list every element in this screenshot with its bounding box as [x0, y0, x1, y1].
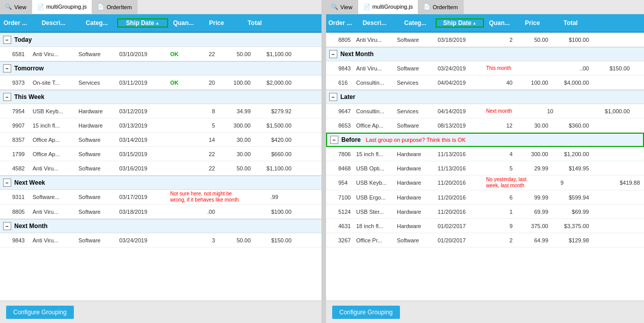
- left-tab-multigrouping[interactable]: 📄 multiGrouping.js: [32, 0, 92, 14]
- group-this-week: − This Week: [0, 90, 321, 104]
- table-row: 6581 Anti Viru... Software 03/10/2019 OK…: [0, 47, 321, 61]
- group-before-right: − Before Last group on purpose? Think th…: [326, 133, 644, 147]
- table-row: 8805 Anti Viru... Software 03/18/2019 2 …: [326, 33, 644, 47]
- configure-grouping-button-right[interactable]: Configure Grouping: [332, 306, 400, 319]
- cell-note: This month: [484, 64, 525, 72]
- col-header-order-right[interactable]: Order ...: [326, 19, 354, 27]
- left-tab-orderitem[interactable]: 📄 OrderItem: [92, 0, 138, 14]
- table-row: 7954 USB Keyb... Hardware 03/12/2019 8 3…: [0, 104, 321, 118]
- panels-container: 🔍 View 📄 multiGrouping.js 📄 OrderItem Or…: [0, 0, 644, 323]
- group-toggle-today[interactable]: −: [3, 36, 11, 44]
- cell-total: $1,100.00: [253, 50, 293, 58]
- cell-status: OK: [168, 50, 186, 58]
- left-tab-view-label: View: [14, 4, 26, 10]
- col-header-total-right[interactable]: Total: [550, 19, 591, 27]
- col-header-shipdate-right[interactable]: Ship Date ▲: [436, 18, 484, 28]
- right-table-wrapper[interactable]: 8805 Anti Viru... Software 03/18/2019 2 …: [326, 33, 644, 301]
- col-header-categ-right[interactable]: Categ...: [395, 19, 436, 27]
- search-icon: 🔍: [5, 4, 12, 10]
- table-row: 7100 USB Ergo... Hardware 11/20/2016 6 9…: [326, 190, 644, 205]
- col-header-categ-left[interactable]: Categ...: [76, 19, 117, 27]
- col-header-price-left[interactable]: Price: [199, 19, 234, 27]
- group-note-before-right: Last group on purpose? Think this is OK: [366, 137, 466, 143]
- group-next-week: − Next Week: [0, 176, 321, 190]
- group-next-month-right: − Next Month: [326, 47, 644, 61]
- cell-quan: 20: [186, 79, 217, 87]
- cell-order: 6581: [0, 50, 31, 58]
- cell-categ: Services: [76, 79, 117, 87]
- table-row: 9373 On-site T... Services 03/11/2019 OK…: [0, 76, 321, 90]
- cell-note: No yesterday, last week, last month: [484, 176, 535, 190]
- group-label-today: Today: [14, 36, 32, 43]
- group-toggle-before-right[interactable]: −: [330, 136, 338, 144]
- left-panel: 🔍 View 📄 multiGrouping.js 📄 OrderItem Or…: [0, 0, 322, 323]
- cell-note: Next month: [484, 107, 525, 115]
- col-header-total-left[interactable]: Total: [234, 19, 275, 27]
- left-table-wrapper[interactable]: − Today 6581 Anti Viru... Software 03/10…: [0, 33, 321, 301]
- left-col-header: Order ... Descri... Categ... Ship Date ▲…: [0, 14, 321, 33]
- group-toggle-next-month-right[interactable]: −: [329, 50, 337, 58]
- sort-arrow-left: ▲: [155, 21, 159, 26]
- table-row: 8357 Office Ap... Software 03/14/2019 14…: [0, 133, 321, 147]
- cell-shipdate: 03/10/2019: [117, 50, 168, 58]
- cell-desc: Anti Viru...: [31, 50, 76, 58]
- left-footer: Configure Grouping: [0, 301, 321, 323]
- right-tab-view-label: View: [340, 4, 353, 10]
- group-label-before-right: Before: [341, 136, 361, 143]
- col-header-desc-right[interactable]: Descri...: [354, 19, 395, 27]
- cell-shipdate: 03/11/2019: [117, 79, 168, 87]
- cell-quan: 22: [186, 50, 217, 58]
- right-tab-multigrouping-label: multiGrouping.js: [372, 4, 413, 10]
- group-label-next-week: Next Week: [14, 179, 45, 186]
- group-toggle-tomorrow[interactable]: −: [3, 64, 11, 72]
- table-row: 3267 Office Pr... Software 01/20/2017 2 …: [326, 233, 644, 247]
- right-footer: Configure Grouping: [326, 301, 644, 323]
- table-row: 9647 Consultin... Services 04/14/2019 Ne…: [326, 104, 644, 118]
- configure-grouping-button-left[interactable]: Configure Grouping: [6, 306, 74, 319]
- cell-status: OK: [168, 79, 186, 87]
- cell-categ: Software: [76, 50, 117, 58]
- table-row: 8805 Anti Viru... Software 03/18/2019 .0…: [0, 205, 321, 219]
- group-label-next-month-right: Next Month: [340, 51, 373, 58]
- group-label-this-week: This Week: [14, 93, 44, 101]
- col-header-quan-right[interactable]: Quan...: [484, 19, 515, 27]
- file-icon: 📄: [37, 4, 44, 10]
- cell-order: 9373: [0, 79, 31, 87]
- table-row: 9843 Anti Viru... Software 03/24/2019 Th…: [326, 61, 644, 76]
- left-tab-orderitem-label: OrderItem: [106, 4, 132, 10]
- right-tab-view[interactable]: 🔍 View: [326, 0, 358, 14]
- sort-arrow-right: ▲: [472, 21, 476, 26]
- group-tomorrow: − Tomorrow: [0, 61, 321, 76]
- col-header-shipdate-left[interactable]: Ship Date ▲: [117, 18, 168, 28]
- group-toggle-next-week[interactable]: −: [3, 179, 11, 187]
- left-tab-view[interactable]: 🔍 View: [0, 0, 32, 14]
- table-row: 954 USB Keyb... Hardware 11/20/2016 No y…: [326, 176, 644, 190]
- group-today: − Today: [0, 33, 321, 47]
- table-row: 9311 Software... Software 03/17/2019 Not…: [0, 190, 321, 205]
- right-tab-orderitem-label: OrderItem: [433, 4, 458, 10]
- table-row: 8468 USB Opti... Hardware 11/13/2016 5 2…: [326, 161, 644, 176]
- cell-note: Not sure here, not might be wrong, if it…: [168, 190, 250, 204]
- table-row: 7806 15 inch fl... Hardware 11/13/2016 4…: [326, 147, 644, 161]
- search-icon-right: 🔍: [331, 4, 338, 10]
- group-toggle-next-month-left[interactable]: −: [3, 222, 11, 230]
- right-col-header: Order ... Descri... Categ... Ship Date ▲…: [326, 14, 644, 33]
- table-row: 8653 Office Ap... Software 08/13/2019 12…: [326, 118, 644, 133]
- right-tab-multigrouping[interactable]: 📄 multiGrouping.js: [358, 0, 418, 14]
- group-toggle-later-right[interactable]: −: [329, 93, 337, 101]
- group-toggle-this-week[interactable]: −: [3, 93, 11, 101]
- cell-total: $2,000.00: [253, 79, 293, 87]
- group-later-right: − Later: [326, 90, 644, 104]
- col-header-quan-left[interactable]: Quan...: [168, 19, 199, 27]
- panel-divider[interactable]: [322, 0, 326, 323]
- file-icon-2: 📄: [97, 4, 104, 10]
- col-header-price-right[interactable]: Price: [515, 19, 550, 27]
- cell-desc: On-site T...: [31, 79, 76, 87]
- col-header-order-left[interactable]: Order ...: [0, 19, 31, 27]
- table-row: 9843 Anti Viru... Software 03/24/2019 3 …: [0, 233, 321, 247]
- group-label-later-right: Later: [340, 93, 355, 101]
- col-header-desc-left[interactable]: Descri...: [31, 19, 76, 27]
- right-tab-bar: 🔍 View 📄 multiGrouping.js 📄 OrderItem: [326, 0, 644, 14]
- left-tab-multigrouping-label: multiGrouping.js: [46, 4, 87, 10]
- right-tab-orderitem[interactable]: 📄 OrderItem: [418, 0, 464, 14]
